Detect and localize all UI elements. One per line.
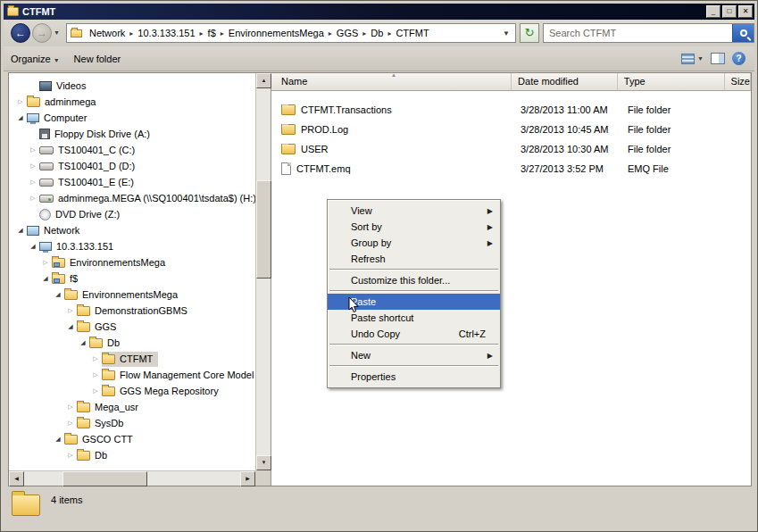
breadcrumb-segment[interactable]: f$ (205, 26, 219, 40)
twisty-icon[interactable] (89, 367, 102, 383)
breadcrumb-separator-icon[interactable]: ▸ (128, 29, 135, 37)
tree-item-network-drive-h[interactable]: adminmega.MEGA (\\SQ100401\tsdata$) (H:) (9, 190, 255, 206)
tree-vertical-scrollbar[interactable]: ▲ ▼ (255, 73, 271, 470)
twisty-icon[interactable] (64, 319, 77, 335)
tree-item-label: GGS (95, 321, 116, 332)
tree-horizontal-scrollbar[interactable]: ◀ ▶ (9, 470, 255, 486)
breadcrumb-segment[interactable]: Network (87, 26, 128, 40)
column-header-name[interactable]: Name▲ (271, 73, 512, 91)
search-input[interactable] (544, 28, 732, 38)
tree-item-videos[interactable]: Videos (9, 78, 255, 94)
horizontal-scroll-thumb[interactable] (62, 471, 147, 486)
menu-item-group-by[interactable]: Group by▶ (328, 235, 500, 251)
breadcrumb-segment[interactable]: GGS (334, 26, 361, 40)
new-folder-button[interactable]: New folder (67, 50, 129, 68)
file-row[interactable]: USER 3/28/2013 10:30 AM File folder (271, 139, 751, 159)
twisty-icon[interactable] (52, 431, 64, 447)
tree-item-flow-management-core-model[interactable]: Flow Management Core Model (9, 367, 255, 383)
twisty-icon[interactable] (64, 303, 77, 319)
breadcrumb-segment[interactable]: Db (368, 26, 386, 40)
twisty-icon[interactable] (64, 399, 77, 415)
twisty-icon[interactable] (27, 174, 39, 190)
back-button[interactable]: ← (11, 23, 30, 43)
views-button[interactable]: ▼ (681, 54, 704, 64)
twisty-icon[interactable] (39, 254, 52, 270)
tree-item-demonstrationgbms[interactable]: DemonstrationGBMS (9, 303, 255, 319)
breadcrumb-segment[interactable]: CTFMT (393, 26, 431, 40)
menu-item-customize-this-folder[interactable]: Customize this folder... (328, 272, 500, 288)
twisty-icon[interactable] (14, 94, 27, 110)
scroll-left-button[interactable]: ◀ (9, 471, 24, 486)
breadcrumb-separator-icon[interactable]: ▸ (219, 29, 226, 37)
column-header-size[interactable]: Size (725, 73, 751, 91)
tree-item-network[interactable]: Network (9, 222, 255, 238)
twisty-icon[interactable] (52, 287, 64, 303)
help-button[interactable]: ? (732, 52, 746, 65)
history-dropdown-icon[interactable]: ▼ (54, 29, 60, 36)
vertical-scroll-thumb[interactable] (256, 180, 271, 278)
file-row[interactable]: CTFMT.emq 3/27/2013 3:52 PM EMQ File (271, 159, 751, 179)
menu-item-new[interactable]: New▶ (328, 347, 500, 363)
minimize-button[interactable]: _ (706, 5, 721, 18)
tree-item-db[interactable]: Db (9, 335, 255, 351)
breadcrumb-separator-icon[interactable]: ▸ (386, 29, 393, 37)
tree-item-drive-e[interactable]: TS100401_E (E:) (9, 174, 255, 190)
folder-icon (77, 419, 90, 428)
file-row[interactable]: CTFMT.Transactions 3/28/2013 11:00 AM Fi… (271, 100, 751, 120)
scroll-up-button[interactable]: ▲ (256, 73, 271, 88)
twisty-icon[interactable] (89, 351, 102, 367)
twisty-icon[interactable] (77, 335, 89, 351)
breadcrumb-separator-icon[interactable]: ▸ (327, 29, 334, 37)
twisty-icon[interactable] (14, 222, 27, 238)
tree-item-ggs[interactable]: GGS (9, 319, 255, 335)
twisty-icon[interactable] (39, 270, 52, 287)
column-header-date-modified[interactable]: Date modified (512, 73, 618, 91)
menu-item-sort-by[interactable]: Sort by▶ (328, 219, 500, 235)
menu-item-refresh[interactable]: Refresh (328, 251, 500, 267)
twisty-icon[interactable] (14, 110, 27, 126)
breadcrumb-separator-icon[interactable]: ▸ (361, 29, 368, 37)
tree-item-drive-d[interactable]: TS100401_D (D:) (9, 158, 255, 174)
maximize-button[interactable]: □ (722, 5, 737, 18)
breadcrumb[interactable]: Network▸ 10.3.133.151▸ f$▸ Environnement… (66, 23, 516, 43)
file-row[interactable]: PROD.Log 3/28/2013 10:45 AM File folder (271, 120, 751, 139)
tree-item-gsco-db[interactable]: Db (9, 447, 255, 463)
column-header-type[interactable]: Type (618, 73, 725, 91)
tree-item-adminmega[interactable]: adminmega (9, 94, 255, 110)
tree-item-gsco-ctt[interactable]: GSCO CTT (9, 431, 255, 447)
twisty-icon[interactable] (64, 415, 77, 431)
tree-item-dvd-z[interactable]: DVD Drive (Z:) (9, 206, 255, 222)
breadcrumb-segment[interactable]: 10.3.133.151 (135, 26, 197, 40)
menu-item-properties[interactable]: Properties (328, 369, 500, 385)
menu-item-view[interactable]: View▶ (328, 203, 500, 219)
tree-item-ctfmt[interactable]: CTFMT (9, 351, 255, 367)
tree-item-environnementsmega[interactable]: EnvironnementsMega (9, 287, 255, 303)
twisty-icon[interactable] (27, 142, 39, 158)
tree-item-f-share[interactable]: f$ (9, 270, 255, 287)
forward-button[interactable]: → (32, 23, 52, 43)
breadcrumb-segment[interactable]: EnvironnementsMega (226, 26, 327, 40)
address-dropdown-icon[interactable]: ▼ (503, 29, 512, 37)
refresh-button[interactable]: ↻ (520, 23, 539, 43)
close-button[interactable]: ✕ (738, 5, 753, 18)
breadcrumb-separator-icon[interactable]: ▸ (198, 29, 205, 37)
menu-item-undo-copy[interactable]: Undo CopyCtrl+Z (328, 326, 500, 342)
scroll-right-button[interactable]: ▶ (240, 471, 255, 486)
tree-item-host[interactable]: 10.3.133.151 (9, 238, 255, 254)
search-button[interactable] (732, 24, 754, 42)
tree-item-computer[interactable]: Computer (9, 110, 255, 126)
tree-item-mega-usr[interactable]: Mega_usr (9, 399, 255, 415)
tree-item-sysdb[interactable]: SysDb (9, 415, 255, 431)
scroll-down-button[interactable]: ▼ (256, 455, 271, 470)
tree-item-floppy-a[interactable]: Floppy Disk Drive (A:) (9, 126, 255, 142)
organize-button[interactable]: Organize▼ (4, 50, 67, 68)
twisty-icon[interactable] (64, 447, 77, 463)
tree-item-environnementsmega-share[interactable]: EnvironnementsMega (9, 254, 255, 270)
twisty-icon[interactable] (27, 158, 39, 174)
preview-pane-button[interactable] (711, 53, 725, 64)
twisty-icon[interactable] (27, 238, 39, 254)
twisty-icon[interactable] (89, 383, 102, 399)
twisty-icon[interactable] (27, 190, 39, 206)
tree-item-drive-c[interactable]: TS100401_C (C:) (9, 142, 255, 158)
tree-item-ggs-mega-repository[interactable]: GGS Mega Repository (9, 383, 255, 399)
